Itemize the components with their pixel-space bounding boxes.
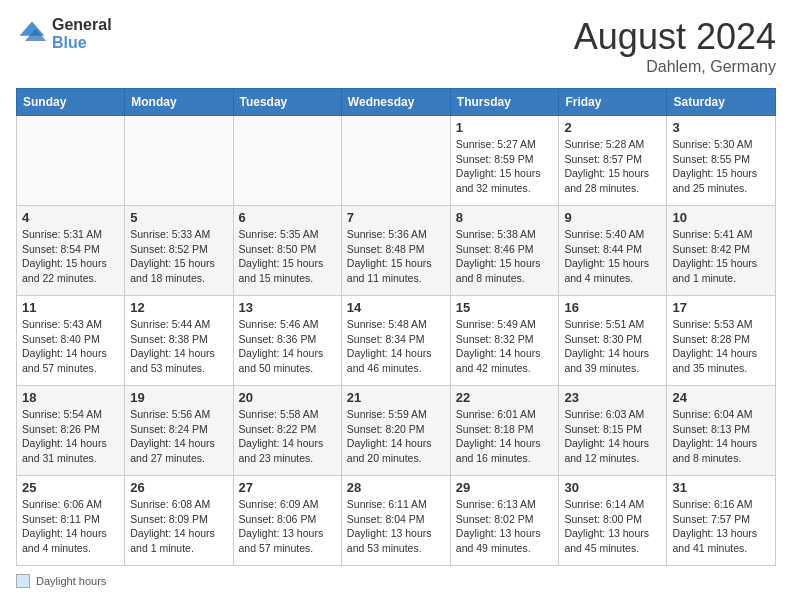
calendar-cell: 24Sunrise: 6:04 AMSunset: 8:13 PMDayligh… [667, 386, 776, 476]
day-info: Sunrise: 5:35 AMSunset: 8:50 PMDaylight:… [239, 227, 336, 286]
day-number: 26 [130, 480, 227, 495]
calendar-cell: 20Sunrise: 5:58 AMSunset: 8:22 PMDayligh… [233, 386, 341, 476]
day-info: Sunrise: 5:43 AMSunset: 8:40 PMDaylight:… [22, 317, 119, 376]
daylight-legend: Daylight hours [16, 574, 106, 588]
calendar-cell: 26Sunrise: 6:08 AMSunset: 8:09 PMDayligh… [125, 476, 233, 566]
calendar-cell: 19Sunrise: 5:56 AMSunset: 8:24 PMDayligh… [125, 386, 233, 476]
calendar-cell: 8Sunrise: 5:38 AMSunset: 8:46 PMDaylight… [450, 206, 559, 296]
logo-blue-text: Blue [52, 34, 112, 52]
day-number: 8 [456, 210, 554, 225]
calendar-week-row: 1Sunrise: 5:27 AMSunset: 8:59 PMDaylight… [17, 116, 776, 206]
daylight-box [16, 574, 30, 588]
calendar-cell: 6Sunrise: 5:35 AMSunset: 8:50 PMDaylight… [233, 206, 341, 296]
day-number: 30 [564, 480, 661, 495]
day-info: Sunrise: 5:56 AMSunset: 8:24 PMDaylight:… [130, 407, 227, 466]
calendar-cell: 13Sunrise: 5:46 AMSunset: 8:36 PMDayligh… [233, 296, 341, 386]
day-info: Sunrise: 6:01 AMSunset: 8:18 PMDaylight:… [456, 407, 554, 466]
day-info: Sunrise: 5:59 AMSunset: 8:20 PMDaylight:… [347, 407, 445, 466]
weekday-header-sunday: Sunday [17, 89, 125, 116]
calendar-cell [17, 116, 125, 206]
calendar-cell: 3Sunrise: 5:30 AMSunset: 8:55 PMDaylight… [667, 116, 776, 206]
day-number: 22 [456, 390, 554, 405]
day-info: Sunrise: 5:53 AMSunset: 8:28 PMDaylight:… [672, 317, 770, 376]
day-number: 21 [347, 390, 445, 405]
calendar-cell: 23Sunrise: 6:03 AMSunset: 8:15 PMDayligh… [559, 386, 667, 476]
day-info: Sunrise: 6:04 AMSunset: 8:13 PMDaylight:… [672, 407, 770, 466]
calendar-footer: Daylight hours [16, 574, 776, 588]
calendar-cell: 31Sunrise: 6:16 AMSunset: 7:57 PMDayligh… [667, 476, 776, 566]
day-number: 4 [22, 210, 119, 225]
day-number: 15 [456, 300, 554, 315]
calendar-week-row: 4Sunrise: 5:31 AMSunset: 8:54 PMDaylight… [17, 206, 776, 296]
day-info: Sunrise: 6:09 AMSunset: 8:06 PMDaylight:… [239, 497, 336, 556]
day-number: 17 [672, 300, 770, 315]
calendar-cell: 16Sunrise: 5:51 AMSunset: 8:30 PMDayligh… [559, 296, 667, 386]
day-number: 16 [564, 300, 661, 315]
calendar-cell: 5Sunrise: 5:33 AMSunset: 8:52 PMDaylight… [125, 206, 233, 296]
calendar-cell: 15Sunrise: 5:49 AMSunset: 8:32 PMDayligh… [450, 296, 559, 386]
weekday-header-monday: Monday [125, 89, 233, 116]
weekday-header-friday: Friday [559, 89, 667, 116]
day-number: 11 [22, 300, 119, 315]
day-info: Sunrise: 5:41 AMSunset: 8:42 PMDaylight:… [672, 227, 770, 286]
day-number: 5 [130, 210, 227, 225]
calendar-cell [125, 116, 233, 206]
calendar-cell: 7Sunrise: 5:36 AMSunset: 8:48 PMDaylight… [341, 206, 450, 296]
calendar-cell: 28Sunrise: 6:11 AMSunset: 8:04 PMDayligh… [341, 476, 450, 566]
calendar-cell: 29Sunrise: 6:13 AMSunset: 8:02 PMDayligh… [450, 476, 559, 566]
day-number: 6 [239, 210, 336, 225]
day-info: Sunrise: 6:06 AMSunset: 8:11 PMDaylight:… [22, 497, 119, 556]
calendar-cell: 25Sunrise: 6:06 AMSunset: 8:11 PMDayligh… [17, 476, 125, 566]
logo-text: General Blue [52, 16, 112, 51]
day-info: Sunrise: 5:40 AMSunset: 8:44 PMDaylight:… [564, 227, 661, 286]
day-number: 19 [130, 390, 227, 405]
day-number: 29 [456, 480, 554, 495]
calendar-cell: 27Sunrise: 6:09 AMSunset: 8:06 PMDayligh… [233, 476, 341, 566]
calendar-cell: 14Sunrise: 5:48 AMSunset: 8:34 PMDayligh… [341, 296, 450, 386]
day-number: 12 [130, 300, 227, 315]
calendar-cell: 30Sunrise: 6:14 AMSunset: 8:00 PMDayligh… [559, 476, 667, 566]
day-info: Sunrise: 5:58 AMSunset: 8:22 PMDaylight:… [239, 407, 336, 466]
day-info: Sunrise: 5:31 AMSunset: 8:54 PMDaylight:… [22, 227, 119, 286]
day-number: 24 [672, 390, 770, 405]
calendar-cell: 17Sunrise: 5:53 AMSunset: 8:28 PMDayligh… [667, 296, 776, 386]
weekday-header-tuesday: Tuesday [233, 89, 341, 116]
day-info: Sunrise: 6:13 AMSunset: 8:02 PMDaylight:… [456, 497, 554, 556]
day-number: 25 [22, 480, 119, 495]
day-info: Sunrise: 6:14 AMSunset: 8:00 PMDaylight:… [564, 497, 661, 556]
day-number: 18 [22, 390, 119, 405]
calendar-table: SundayMondayTuesdayWednesdayThursdayFrid… [16, 88, 776, 566]
location: Dahlem, Germany [574, 58, 776, 76]
calendar-cell: 21Sunrise: 5:59 AMSunset: 8:20 PMDayligh… [341, 386, 450, 476]
day-info: Sunrise: 5:49 AMSunset: 8:32 PMDaylight:… [456, 317, 554, 376]
weekday-header-wednesday: Wednesday [341, 89, 450, 116]
calendar-cell [233, 116, 341, 206]
day-info: Sunrise: 5:54 AMSunset: 8:26 PMDaylight:… [22, 407, 119, 466]
calendar-cell: 18Sunrise: 5:54 AMSunset: 8:26 PMDayligh… [17, 386, 125, 476]
day-number: 14 [347, 300, 445, 315]
day-number: 2 [564, 120, 661, 135]
calendar-cell: 22Sunrise: 6:01 AMSunset: 8:18 PMDayligh… [450, 386, 559, 476]
logo: General Blue [16, 16, 112, 51]
calendar-week-row: 18Sunrise: 5:54 AMSunset: 8:26 PMDayligh… [17, 386, 776, 476]
calendar-cell: 1Sunrise: 5:27 AMSunset: 8:59 PMDaylight… [450, 116, 559, 206]
calendar-cell: 12Sunrise: 5:44 AMSunset: 8:38 PMDayligh… [125, 296, 233, 386]
day-number: 9 [564, 210, 661, 225]
daylight-label: Daylight hours [36, 575, 106, 587]
weekday-header-thursday: Thursday [450, 89, 559, 116]
logo-general-text: General [52, 16, 112, 34]
day-number: 1 [456, 120, 554, 135]
calendar-cell: 4Sunrise: 5:31 AMSunset: 8:54 PMDaylight… [17, 206, 125, 296]
day-info: Sunrise: 5:38 AMSunset: 8:46 PMDaylight:… [456, 227, 554, 286]
day-info: Sunrise: 6:03 AMSunset: 8:15 PMDaylight:… [564, 407, 661, 466]
calendar-cell [341, 116, 450, 206]
day-info: Sunrise: 6:16 AMSunset: 7:57 PMDaylight:… [672, 497, 770, 556]
calendar-cell: 9Sunrise: 5:40 AMSunset: 8:44 PMDaylight… [559, 206, 667, 296]
calendar-cell: 2Sunrise: 5:28 AMSunset: 8:57 PMDaylight… [559, 116, 667, 206]
weekday-header-row: SundayMondayTuesdayWednesdayThursdayFrid… [17, 89, 776, 116]
day-info: Sunrise: 5:30 AMSunset: 8:55 PMDaylight:… [672, 137, 770, 196]
day-number: 10 [672, 210, 770, 225]
day-info: Sunrise: 5:44 AMSunset: 8:38 PMDaylight:… [130, 317, 227, 376]
calendar-cell: 10Sunrise: 5:41 AMSunset: 8:42 PMDayligh… [667, 206, 776, 296]
day-number: 27 [239, 480, 336, 495]
